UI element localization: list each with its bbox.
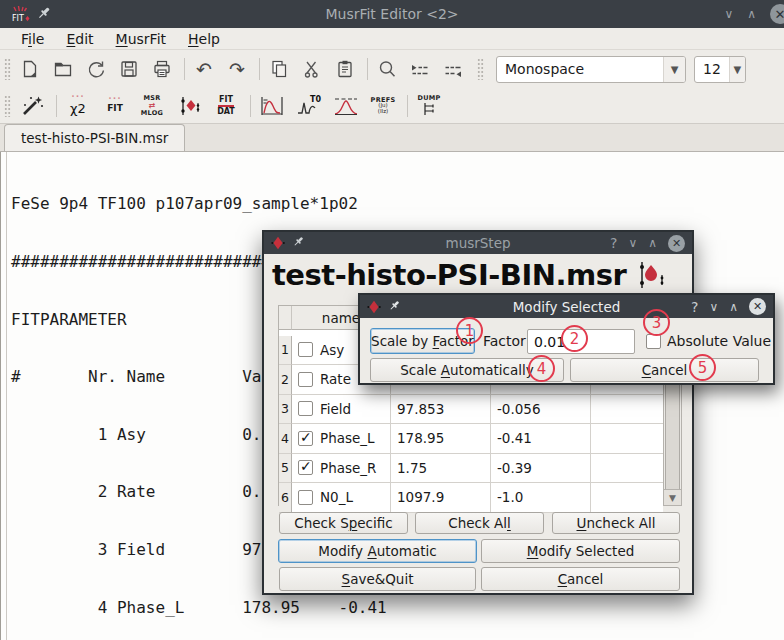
- param-name-cell[interactable]: Field: [292, 395, 391, 425]
- menu-musrfit[interactable]: MusrFit: [105, 30, 177, 48]
- scrollbar-down-arrow[interactable]: ▼: [664, 489, 681, 505]
- toolbar-separator: [184, 58, 185, 80]
- calc-chisq-button[interactable]: ˟˟˟ χ2: [63, 91, 93, 121]
- print-button[interactable]: [149, 56, 175, 82]
- musrview-plot-button[interactable]: [257, 91, 287, 121]
- minimize-icon[interactable]: ∨: [709, 301, 718, 313]
- copy-button[interactable]: [266, 56, 292, 82]
- toolbar-drag-handle[interactable]: [4, 95, 11, 117]
- param-extra-cell[interactable]: [591, 454, 663, 484]
- cancel-button[interactable]: Cancel: [570, 358, 759, 382]
- param-value-cell[interactable]: 1.75: [391, 454, 491, 484]
- minimize-icon[interactable]: ∨: [724, 8, 733, 20]
- msr2dat-button[interactable]: FIT DAT: [211, 91, 241, 121]
- toolbar-drag-handle[interactable]: [477, 58, 484, 80]
- dump-button[interactable]: DUMP: [414, 91, 444, 121]
- pin-icon[interactable]: [36, 5, 52, 24]
- modify-automatic-button[interactable]: Modify Automatic: [278, 539, 477, 563]
- checkbox-checked-icon[interactable]: [298, 460, 313, 475]
- undo-button[interactable]: ↶: [191, 56, 217, 82]
- open-file-button[interactable]: [50, 56, 76, 82]
- check-specific-button[interactable]: Check Specific: [279, 512, 408, 534]
- window-title: MusrFit Editor <2>: [0, 6, 784, 22]
- redo-button[interactable]: ↷: [224, 56, 250, 82]
- close-icon[interactable]: ✕: [770, 4, 784, 24]
- musrstep-button[interactable]: [174, 91, 204, 121]
- checkbox[interactable]: [298, 401, 313, 416]
- toolbar-separator: [250, 95, 251, 117]
- tabbar: test-histo-PSI-BIN.msr: [0, 124, 784, 152]
- fourier-button[interactable]: [331, 91, 361, 121]
- menu-file[interactable]: File: [10, 30, 55, 48]
- musrstep-logo-icon: [632, 259, 666, 291]
- checkbox[interactable]: [298, 490, 313, 505]
- tab-msr-file[interactable]: test-histo-PSI-BIN.msr: [4, 124, 185, 151]
- cancel-button[interactable]: Cancel: [481, 567, 680, 591]
- find-next-button[interactable]: [407, 56, 433, 82]
- maximize-icon[interactable]: ∧: [747, 8, 756, 20]
- font-family-combobox[interactable]: Monospace ▼: [496, 56, 686, 83]
- menu-help[interactable]: Help: [177, 30, 231, 48]
- close-icon[interactable]: ✕: [749, 298, 766, 315]
- param-extra-cell[interactable]: [591, 424, 663, 454]
- search-button[interactable]: [374, 56, 400, 82]
- maximize-icon[interactable]: ∧: [729, 301, 738, 313]
- param-extra-cell[interactable]: [591, 483, 663, 513]
- toolbar-drag-handle[interactable]: [4, 58, 11, 80]
- save-button[interactable]: [116, 56, 142, 82]
- dump-tree-icon: [421, 102, 437, 116]
- annotation-circle-3: 3: [643, 309, 670, 336]
- param-step-cell[interactable]: -1.0: [491, 483, 591, 513]
- reload-button[interactable]: [83, 56, 109, 82]
- prefs-button[interactable]: PREFS (Ju) (IIz): [368, 91, 398, 121]
- row-number: 5: [279, 454, 292, 484]
- svg-text:FIT: FIT: [12, 14, 24, 23]
- param-step-cell[interactable]: -0.41: [491, 424, 591, 454]
- pin-icon[interactable]: [388, 299, 401, 315]
- uncheck-all-button[interactable]: Uncheck All: [552, 512, 680, 534]
- font-size-combobox[interactable]: 12 ▼: [694, 56, 746, 83]
- menu-edit[interactable]: Edit: [55, 30, 104, 48]
- checkbox-checked-icon[interactable]: [298, 431, 313, 446]
- param-step-cell[interactable]: -0.39: [491, 454, 591, 484]
- paste-button[interactable]: [332, 56, 358, 82]
- help-icon[interactable]: ?: [691, 300, 698, 314]
- maximize-icon[interactable]: ∧: [648, 237, 657, 249]
- param-value-cell[interactable]: 97.853: [391, 395, 491, 425]
- editor-line: 4 Phase_L 178.95 -0.41: [11, 598, 784, 617]
- absolute-value-checkbox[interactable]: [646, 334, 661, 349]
- row-number: 1: [279, 336, 292, 366]
- msr2mlog-button[interactable]: MSR ⇄ MLOG: [137, 91, 167, 121]
- param-name-cell[interactable]: Phase_L: [292, 424, 391, 454]
- msr-fit-button[interactable]: ˟˟˟ FIT: [100, 91, 130, 121]
- param-extra-cell[interactable]: [591, 395, 663, 425]
- annotation-circle-2: 2: [561, 325, 588, 352]
- window-titlebar: FIT MusrFit Editor <2> ∨ ∧ ✕: [0, 0, 784, 28]
- musrt0-button[interactable]: T0: [294, 91, 324, 121]
- help-icon[interactable]: ?: [610, 236, 617, 250]
- param-step-cell[interactable]: -0.056: [491, 395, 591, 425]
- minimize-icon[interactable]: ∨: [628, 237, 637, 249]
- param-value-cell[interactable]: 1097.9: [391, 483, 491, 513]
- toolbar-separator: [407, 95, 408, 117]
- font-size-value: 12: [695, 61, 729, 77]
- pin-icon[interactable]: [292, 235, 305, 251]
- checkbox[interactable]: [298, 342, 313, 357]
- chevron-down-icon[interactable]: ▼: [663, 57, 685, 82]
- factor-label: Factor: [483, 333, 526, 349]
- chevron-down-icon[interactable]: ▼: [729, 57, 745, 82]
- annotation-circle-4: 4: [528, 355, 555, 382]
- close-icon[interactable]: ✕: [668, 235, 685, 252]
- modify-selected-button[interactable]: Modify Selected: [481, 539, 680, 563]
- msr-wizard-button[interactable]: [17, 91, 47, 121]
- find-previous-button[interactable]: [440, 56, 466, 82]
- param-name-cell[interactable]: Phase_R: [292, 454, 391, 484]
- app-logo-icon: FIT: [8, 1, 34, 27]
- param-name-cell[interactable]: N0_L: [292, 483, 391, 513]
- new-file-button[interactable]: [17, 56, 43, 82]
- checkbox[interactable]: [298, 372, 313, 387]
- param-value-cell[interactable]: 178.95: [391, 424, 491, 454]
- check-all-button[interactable]: Check All: [415, 512, 544, 534]
- save-quit-button[interactable]: Save&Quit: [279, 567, 476, 591]
- cut-button[interactable]: [299, 56, 325, 82]
